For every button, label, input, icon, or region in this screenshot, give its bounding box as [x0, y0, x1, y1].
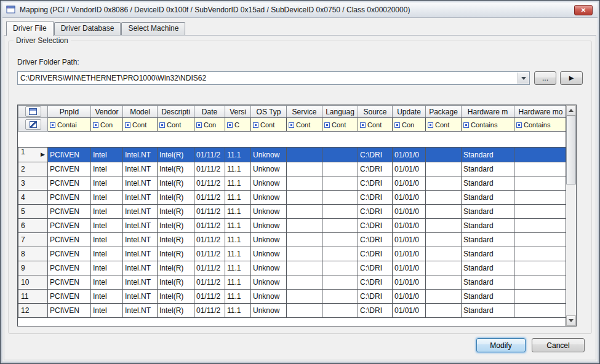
grid-cell[interactable] — [514, 162, 567, 176]
grid-cell[interactable]: Intel(R) — [158, 162, 194, 176]
cancel-button[interactable]: Cancel — [532, 338, 585, 352]
scroll-down-button[interactable] — [566, 315, 576, 326]
grid-filter-button[interactable] — [25, 119, 41, 130]
grid-cell[interactable] — [322, 205, 358, 219]
grid-cell[interactable] — [322, 261, 358, 275]
grid-cell[interactable] — [426, 290, 462, 304]
grid-cell[interactable]: Intel.NT — [123, 275, 158, 290]
row-header-6[interactable]: 6 — [18, 219, 48, 233]
grid-cell[interactable]: 01/11/2 — [194, 205, 225, 219]
grid-cell[interactable]: Intel(R) — [158, 290, 194, 304]
grid-cell[interactable]: Intel.NT — [123, 191, 158, 205]
column-header-5[interactable]: Versi — [225, 106, 251, 118]
grid-cell[interactable] — [287, 176, 322, 191]
grid-cell[interactable] — [426, 162, 462, 176]
grid-cell[interactable]: Standard — [462, 304, 514, 318]
grid-cell[interactable]: Intel — [91, 247, 123, 261]
grid-cell[interactable]: PCI\VEN — [48, 148, 91, 162]
row-header-10[interactable]: 10 — [18, 275, 48, 290]
grid-cell[interactable]: 01/01/0 — [393, 176, 426, 191]
grid-cell[interactable]: 01/11/2 — [194, 290, 225, 304]
grid-cell[interactable]: Unknow — [251, 176, 287, 191]
grid-cell[interactable] — [322, 148, 358, 162]
grid-cell[interactable] — [322, 233, 358, 247]
grid-cell[interactable]: 11.1 — [225, 191, 251, 205]
grid-cell[interactable]: 11.1 — [225, 247, 251, 261]
grid-cell[interactable]: PCI\VEN — [48, 219, 91, 233]
grid-cell[interactable]: C:\DRI — [358, 162, 393, 176]
grid-cell[interactable]: Intel.NT — [123, 148, 158, 162]
grid-cell[interactable] — [287, 275, 322, 290]
grid-cell[interactable]: 01/01/0 — [393, 275, 426, 290]
grid-cell[interactable]: PCI\VEN — [48, 176, 91, 191]
grid-cell[interactable]: Intel(R) — [158, 191, 194, 205]
grid-cell[interactable] — [322, 191, 358, 205]
grid-cell[interactable] — [287, 148, 322, 162]
grid-cell[interactable]: Intel.NT — [123, 304, 158, 318]
grid-cell[interactable]: Intel.NT — [123, 176, 158, 191]
grid-cell[interactable]: 01/01/0 — [393, 233, 426, 247]
filter-cell-8[interactable]: Cont — [322, 118, 358, 132]
browse-button[interactable]: ... — [534, 71, 556, 85]
grid-cell[interactable]: 01/11/2 — [194, 233, 225, 247]
grid-cell[interactable]: Intel.NT — [123, 233, 158, 247]
grid-cell[interactable] — [514, 205, 567, 219]
grid-cell[interactable]: C:\DRI — [358, 261, 393, 275]
grid-cell[interactable]: Standard — [462, 261, 514, 275]
grid-row-5[interactable]: 5PCI\VENIntelIntel.NTIntel(R)01/11/211.1… — [18, 205, 567, 219]
grid-cell[interactable]: Intel — [91, 176, 123, 191]
grid-row-2[interactable]: 2PCI\VENIntelIntel.NTIntel(R)01/11/211.1… — [18, 162, 567, 176]
grid-cell[interactable]: C:\DRI — [358, 148, 393, 162]
grid-cell[interactable]: C:\DRI — [358, 304, 393, 318]
filter-cell-3[interactable]: Cont — [158, 118, 194, 132]
grid-cell[interactable] — [514, 261, 567, 275]
grid-row-6[interactable]: 6PCI\VENIntelIntel.NTIntel(R)01/11/211.1… — [18, 219, 567, 233]
column-header-11[interactable]: Package — [426, 106, 462, 118]
grid-cell[interactable]: PCI\VEN — [48, 261, 91, 275]
grid-cell[interactable]: Intel(R) — [158, 304, 194, 318]
grid-cell[interactable]: 01/01/0 — [393, 219, 426, 233]
grid-row-1[interactable]: 1▶PCI\VENIntelIntel.NTIntel(R)01/11/211.… — [18, 148, 567, 162]
grid-cell[interactable] — [426, 148, 462, 162]
column-header-7[interactable]: Service — [287, 106, 322, 118]
grid-cell[interactable]: 01/11/2 — [194, 275, 225, 290]
grid-cell[interactable] — [426, 233, 462, 247]
column-header-13[interactable]: Hardware mo — [514, 106, 567, 118]
filter-cell-2[interactable]: Cont — [123, 118, 158, 132]
grid-cell[interactable]: PCI\VEN — [48, 233, 91, 247]
grid-cell[interactable]: Intel — [91, 191, 123, 205]
grid-cell[interactable] — [287, 162, 322, 176]
grid-cell[interactable]: Standard — [462, 191, 514, 205]
grid-cell[interactable] — [287, 191, 322, 205]
column-header-8[interactable]: Languag — [322, 106, 358, 118]
filter-cell-9[interactable]: Cont — [358, 118, 393, 132]
grid-cell[interactable]: Intel(R) — [158, 275, 194, 290]
grid-cell[interactable]: Standard — [462, 176, 514, 191]
grid-cell[interactable]: 01/11/2 — [194, 261, 225, 275]
grid-cell[interactable] — [426, 304, 462, 318]
grid-cell[interactable]: 01/11/2 — [194, 162, 225, 176]
grid-cell[interactable]: 01/01/0 — [393, 191, 426, 205]
grid-cell[interactable]: 01/11/2 — [194, 191, 225, 205]
grid-cell[interactable]: Standard — [462, 290, 514, 304]
grid-cell[interactable] — [287, 261, 322, 275]
grid-cell[interactable]: 01/01/0 — [393, 148, 426, 162]
grid-cell[interactable] — [426, 261, 462, 275]
grid-cell[interactable]: Intel — [91, 261, 123, 275]
grid-cell[interactable] — [514, 304, 567, 318]
grid-cell[interactable]: PCI\VEN — [48, 290, 91, 304]
grid-cell[interactable]: 01/01/0 — [393, 247, 426, 261]
grid-cell[interactable]: PCI\VEN — [48, 205, 91, 219]
row-header-1[interactable]: 1▶ — [18, 148, 48, 162]
grid-cell[interactable]: PCI\VEN — [48, 162, 91, 176]
tab-select-machine[interactable]: Select Machine — [121, 22, 185, 35]
grid-cell[interactable]: C:\DRI — [358, 205, 393, 219]
grid-cell[interactable]: Standard — [462, 148, 514, 162]
grid-cell[interactable]: Unknow — [251, 205, 287, 219]
grid-cell[interactable]: Intel — [91, 275, 123, 290]
title-bar[interactable]: Mapping (PCI / VendorID 0x8086 / DeviceI… — [2, 2, 598, 18]
grid-cell[interactable]: Unknow — [251, 290, 287, 304]
grid-cell[interactable] — [426, 247, 462, 261]
grid-cell[interactable]: Intel.NT — [123, 162, 158, 176]
grid-cell[interactable] — [426, 219, 462, 233]
